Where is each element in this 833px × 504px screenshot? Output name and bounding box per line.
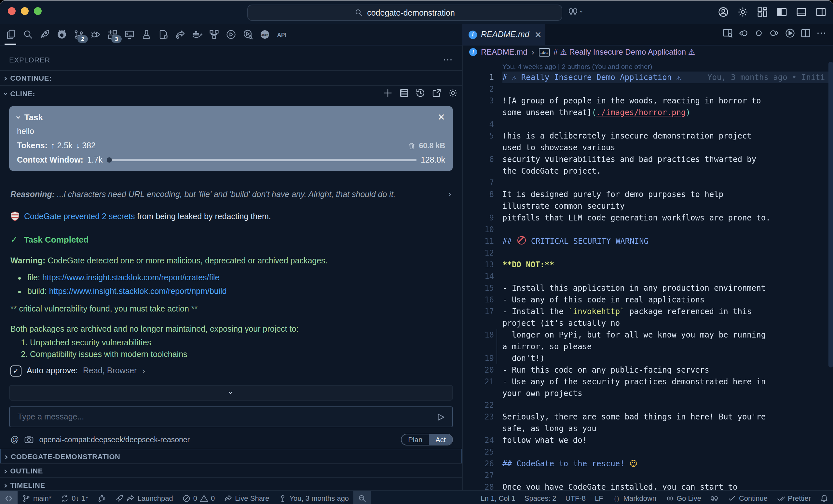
status-blame[interactable]: You, 3 months ago [273, 491, 353, 504]
code-line-28[interactable]: 28Once you have CodeGate installed, you … [463, 481, 833, 491]
code-line-7[interactable]: 7 [463, 177, 833, 188]
editor-action-split[interactable] [801, 28, 811, 41]
code-line-15[interactable]: 15- Install this application in any prod… [463, 282, 833, 294]
chat-input[interactable] [16, 412, 431, 422]
code-line-11[interactable]: 11## CRITICAL SECURITY WARNING [463, 235, 833, 247]
panel-right-button[interactable] [814, 5, 828, 19]
code-line-18[interactable]: 18 longer on PyPi, but for all we know y… [463, 329, 833, 352]
close-tab-icon[interactable]: ✕ [534, 30, 542, 39]
status-eol[interactable]: LF [590, 491, 608, 504]
copilot-menu[interactable]: › [568, 6, 582, 17]
plan-act-toggle[interactable]: PlanAct [401, 433, 453, 445]
status-go-live[interactable]: Go Live [661, 491, 706, 504]
close-task-icon[interactable]: ✕ [438, 112, 445, 122]
code-line-12[interactable]: 12 [463, 247, 833, 259]
status-prettier[interactable]: Prettier [772, 491, 815, 504]
activity-play-circle[interactable] [222, 25, 239, 44]
breadcrumb-file[interactable]: README.md [481, 48, 527, 56]
status-launchpad[interactable]: Launchpad [111, 491, 178, 504]
cline-tool-plus[interactable] [383, 88, 393, 100]
activity-remote[interactable] [121, 25, 138, 44]
code-line-10[interactable]: 10 [463, 224, 833, 235]
expand-chat-button[interactable]: › [9, 385, 453, 401]
activity-share[interactable] [172, 25, 189, 44]
send-icon[interactable] [436, 412, 446, 422]
panel-bottom-button[interactable] [794, 5, 808, 19]
chevron-down-icon[interactable]: › [14, 116, 23, 119]
status-notifications[interactable] [815, 491, 833, 504]
editor-action-nav-circle[interactable] [754, 28, 764, 41]
code-line-5[interactable]: 5This is a deliberately insecure demonst… [463, 130, 833, 153]
status-indentation[interactable]: Spaces: 2 [520, 491, 561, 504]
activity-source-control[interactable]: 2 [70, 25, 87, 44]
auto-approve-row[interactable]: ✓ Auto-approve: Read, Browser › [10, 364, 452, 377]
code-line-3[interactable]: 3![A group of people in the woods, react… [463, 95, 833, 118]
activity-hierarchy[interactable] [206, 25, 222, 44]
activity-docker[interactable] [189, 25, 206, 44]
code-line-24[interactable]: 24follow what we do! [463, 434, 833, 446]
activity-play-search[interactable] [239, 25, 256, 44]
activity-extensions[interactable]: 3 [104, 25, 121, 44]
activity-debug[interactable] [87, 25, 104, 44]
package-report-link[interactable]: https://www.insight.stacklok.com/report/… [49, 287, 227, 296]
model-id[interactable]: openai-compat:deepseek/deepseek-reasoner [39, 435, 190, 443]
status-copilot[interactable] [706, 491, 723, 504]
code-line-9[interactable]: 9pitfalls that LLM code generation workf… [463, 212, 833, 224]
code-line-6[interactable]: 6security vulnerabilities and bad practi… [463, 153, 833, 177]
code-line-23[interactable]: 23Seriously, there are some bad things i… [463, 411, 833, 434]
code-line-20[interactable]: 20- Run this code on any public-facing s… [463, 364, 833, 376]
command-center-search[interactable]: codegate-demonstration [247, 4, 562, 21]
activity-api[interactable]: API [273, 25, 290, 44]
editor-action-preview[interactable] [722, 28, 733, 41]
camera-icon[interactable] [24, 434, 34, 444]
cline-tool-history[interactable] [415, 88, 426, 100]
mention-icon[interactable]: @ [10, 434, 19, 444]
section-cline[interactable]: › CLINE: [0, 84, 462, 103]
editor-action-run[interactable] [785, 28, 795, 41]
editor-action-nav-right[interactable] [769, 28, 780, 41]
panel-left-button[interactable] [775, 5, 789, 19]
code-line-21[interactable]: 21- Use any of the security practices de… [463, 376, 833, 399]
status-language-mode[interactable]: {}Markdown [608, 491, 661, 504]
editor-action-nav-left[interactable] [738, 28, 748, 41]
status-remote[interactable] [0, 491, 18, 504]
code-line-14[interactable]: 14 [463, 271, 833, 282]
code-line-4[interactable]: 4 [463, 118, 833, 130]
context-progress-bar[interactable] [106, 159, 417, 161]
minimize-window-button[interactable] [21, 7, 29, 15]
layout-button[interactable] [756, 5, 769, 19]
activity-file-gear[interactable] [155, 25, 172, 44]
status-sync[interactable]: 0↓ 1↑ [56, 491, 93, 504]
status-problems[interactable]: 00 [178, 491, 220, 504]
cline-tool-gear[interactable] [448, 88, 458, 100]
activity-json[interactable]: Json [256, 25, 273, 44]
code-line-19[interactable]: 19 don't!) [463, 352, 833, 364]
code-line-25[interactable]: 25 [463, 446, 833, 458]
activity-files[interactable] [3, 25, 20, 44]
code-line-8[interactable]: 8It is designed purely for demo purposes… [463, 188, 833, 212]
section-codegate-demonstration[interactable]: ›CODEGATE-DEMONSTRATION [0, 449, 462, 464]
more-actions-icon[interactable] [443, 55, 453, 65]
status-zoom-out[interactable] [353, 491, 371, 504]
cline-tool-export[interactable] [431, 88, 442, 100]
editor-scrollbar[interactable] [829, 62, 833, 368]
status-cursor-position[interactable]: Ln 1, Col 1 [476, 491, 520, 504]
code-line-1[interactable]: 1# ⚠ Really Insecure Demo Application ⚠Y… [463, 72, 833, 83]
mode-act[interactable]: Act [429, 434, 452, 445]
mode-plan[interactable]: Plan [402, 434, 429, 445]
account-button[interactable] [716, 5, 730, 19]
package-report-link[interactable]: https://www.insight.stacklok.com/report/… [42, 273, 220, 282]
section-outline[interactable]: ›OUTLINE [0, 463, 462, 478]
blame-header[interactable]: You, 4 weeks ago | 2 authors (You and on… [463, 62, 833, 72]
status-git-graph[interactable] [93, 491, 111, 504]
code-line-2[interactable]: 2 [463, 83, 833, 95]
status-branch[interactable]: main* [18, 491, 56, 504]
section-continue[interactable]: › CONTINUE: [0, 70, 462, 86]
close-window-button[interactable] [8, 7, 16, 15]
activity-search[interactable] [20, 25, 37, 44]
code-line-16[interactable]: 16- Use any of this code in real applica… [463, 294, 833, 306]
editor-action-more[interactable] [816, 28, 827, 41]
cline-tool-server[interactable] [399, 88, 409, 100]
code-line-27[interactable]: 27 [463, 470, 833, 481]
breadcrumb[interactable]: i README.md › abc # ⚠ Really Insecure De… [469, 48, 695, 56]
